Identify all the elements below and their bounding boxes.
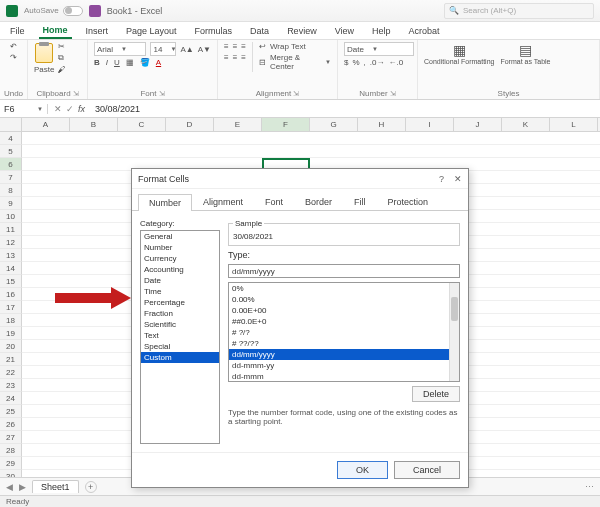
search-input[interactable]: 🔍 Search (Alt+Q) [444,3,594,19]
row-header[interactable]: 6 [0,158,22,171]
cut-icon[interactable]: ✂ [58,42,66,51]
decrease-font-icon[interactable]: A▼ [198,45,211,54]
ribbon-tab-acrobat[interactable]: Acrobat [405,24,444,38]
sheet-scroll-icon[interactable]: ⋯ [585,482,594,492]
column-header[interactable]: L [550,118,598,131]
row-header[interactable]: 25 [0,405,22,418]
column-header[interactable]: D [166,118,214,131]
row-header[interactable]: 21 [0,353,22,366]
align-middle-icon[interactable]: ≡ [233,42,238,51]
column-header[interactable]: I [406,118,454,131]
row-header[interactable]: 12 [0,236,22,249]
row-header[interactable]: 7 [0,171,22,184]
select-all-corner[interactable] [0,118,22,131]
row-header[interactable]: 23 [0,379,22,392]
column-header[interactable]: E [214,118,262,131]
row-header[interactable]: 8 [0,184,22,197]
category-item[interactable]: Custom [141,352,219,363]
number-launcher-icon[interactable]: ⇲ [390,90,396,98]
cancel-button[interactable]: Cancel [394,461,460,479]
row-header[interactable]: 28 [0,444,22,457]
comma-icon[interactable]: , [364,58,366,67]
column-header[interactable]: G [310,118,358,131]
category-item[interactable]: Percentage [141,297,219,308]
type-item[interactable]: dd-mmm-yy [229,360,459,371]
fill-color-icon[interactable]: 🪣 [140,58,150,67]
help-icon[interactable]: ? [439,174,444,184]
type-item[interactable]: ##0.0E+0 [229,316,459,327]
row-header[interactable]: 22 [0,366,22,379]
cancel-formula-icon[interactable]: ✕ [54,104,62,114]
sheet-tab[interactable]: Sheet1 [32,480,79,493]
row-header[interactable]: 4 [0,132,22,145]
row-header[interactable]: 29 [0,457,22,470]
align-right-icon[interactable]: ≡ [241,53,246,62]
save-icon[interactable] [89,5,101,17]
fx-icon[interactable]: fx [78,104,85,114]
font-name-select[interactable]: Arial▼ [94,42,146,56]
bold-icon[interactable]: B [94,58,100,67]
align-top-icon[interactable]: ≡ [224,42,229,51]
row-header[interactable]: 27 [0,431,22,444]
row-header[interactable]: 5 [0,145,22,158]
category-item[interactable]: Number [141,242,219,253]
row-header[interactable]: 18 [0,314,22,327]
wrap-text-button[interactable]: ↩Wrap Text [259,42,331,51]
row-header[interactable]: 19 [0,327,22,340]
row-header[interactable]: 24 [0,392,22,405]
row-header[interactable]: 17 [0,301,22,314]
font-color-icon[interactable]: A [156,58,161,67]
decrease-decimal-icon[interactable]: ←.0 [388,58,403,67]
ribbon-tab-page-layout[interactable]: Page Layout [122,24,181,38]
row-header[interactable]: 15 [0,275,22,288]
alignment-launcher-icon[interactable]: ⇲ [293,90,299,98]
type-item[interactable]: dd-mmm [229,371,459,382]
increase-font-icon[interactable]: A▲ [180,45,193,54]
font-size-select[interactable]: 14▼ [150,42,176,56]
dialog-tab-fill[interactable]: Fill [343,193,377,210]
format-painter-icon[interactable]: 🖌 [58,65,66,74]
delete-button[interactable]: Delete [412,386,460,402]
autosave-toggle[interactable]: AutoSave [24,6,83,16]
paste-button[interactable]: Paste [34,43,54,74]
row-header[interactable]: 9 [0,197,22,210]
row-cells[interactable] [22,132,600,145]
currency-icon[interactable]: $ [344,58,348,67]
type-item[interactable]: dd/mm/yyyy [229,349,459,360]
row-header[interactable]: 13 [0,249,22,262]
dialog-tab-protection[interactable]: Protection [377,193,440,210]
type-item[interactable]: 0% [229,283,459,294]
clipboard-launcher-icon[interactable]: ⇲ [73,90,79,98]
ribbon-tab-data[interactable]: Data [246,24,273,38]
type-item[interactable]: # ?/? [229,327,459,338]
type-item[interactable]: # ??/?? [229,338,459,349]
row-header[interactable]: 20 [0,340,22,353]
category-item[interactable]: Currency [141,253,219,264]
name-box[interactable]: F6▼ [0,104,48,114]
type-item[interactable]: 0.00% [229,294,459,305]
increase-decimal-icon[interactable]: .0→ [370,58,385,67]
percent-icon[interactable]: % [352,58,359,67]
format-as-table-button[interactable]: ▤ Format as Table [500,42,550,65]
category-item[interactable]: Special [141,341,219,352]
add-sheet-button[interactable]: + [85,481,97,493]
type-item[interactable]: 0.00E+00 [229,305,459,316]
copy-icon[interactable]: ⧉ [58,53,66,63]
ribbon-tab-help[interactable]: Help [368,24,395,38]
category-item[interactable]: Date [141,275,219,286]
column-header[interactable]: B [70,118,118,131]
dialog-tab-alignment[interactable]: Alignment [192,193,254,210]
row-header[interactable]: 14 [0,262,22,275]
scroll-thumb[interactable] [451,297,458,321]
ribbon-tab-review[interactable]: Review [283,24,321,38]
font-launcher-icon[interactable]: ⇲ [159,90,165,98]
sheet-nav-prev-icon[interactable]: ◀ [6,482,13,492]
ribbon-tab-home[interactable]: Home [39,23,72,39]
column-header[interactable]: A [22,118,70,131]
type-input[interactable]: dd/mm/yyyy [228,264,460,278]
sheet-nav-next-icon[interactable]: ▶ [19,482,26,492]
redo-icon[interactable]: ↷ [10,53,17,62]
merge-center-button[interactable]: ⊟Merge & Center▼ [259,53,331,71]
category-item[interactable]: Fraction [141,308,219,319]
column-header[interactable]: C [118,118,166,131]
